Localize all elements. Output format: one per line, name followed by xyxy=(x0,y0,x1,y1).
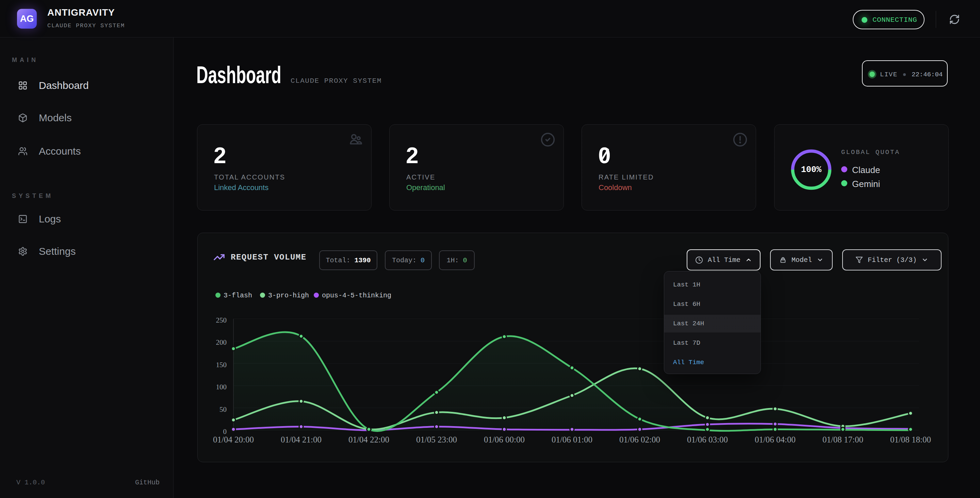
svg-text:01/08 17:00: 01/08 17:00 xyxy=(822,435,863,444)
svg-text:01/04 22:00: 01/04 22:00 xyxy=(348,435,389,444)
svg-text:01/04 21:00: 01/04 21:00 xyxy=(281,435,321,444)
svg-text:01/08 18:00: 01/08 18:00 xyxy=(890,435,931,444)
svg-text:01/06 00:00: 01/06 00:00 xyxy=(484,435,525,444)
svg-text:200: 200 xyxy=(216,338,227,346)
svg-text:01/06 02:00: 01/06 02:00 xyxy=(619,435,660,444)
svg-text:100: 100 xyxy=(216,383,227,391)
svg-text:01/04 20:00: 01/04 20:00 xyxy=(213,435,254,444)
svg-text:01/05 23:00: 01/05 23:00 xyxy=(416,435,457,444)
svg-text:01/06 03:00: 01/06 03:00 xyxy=(687,435,728,444)
svg-text:01/06 01:00: 01/06 01:00 xyxy=(552,435,592,444)
svg-text:0: 0 xyxy=(223,428,227,436)
svg-text:50: 50 xyxy=(220,405,227,413)
svg-text:01/06 04:00: 01/06 04:00 xyxy=(755,435,795,444)
svg-text:150: 150 xyxy=(216,361,227,369)
svg-text:250: 250 xyxy=(216,316,227,324)
